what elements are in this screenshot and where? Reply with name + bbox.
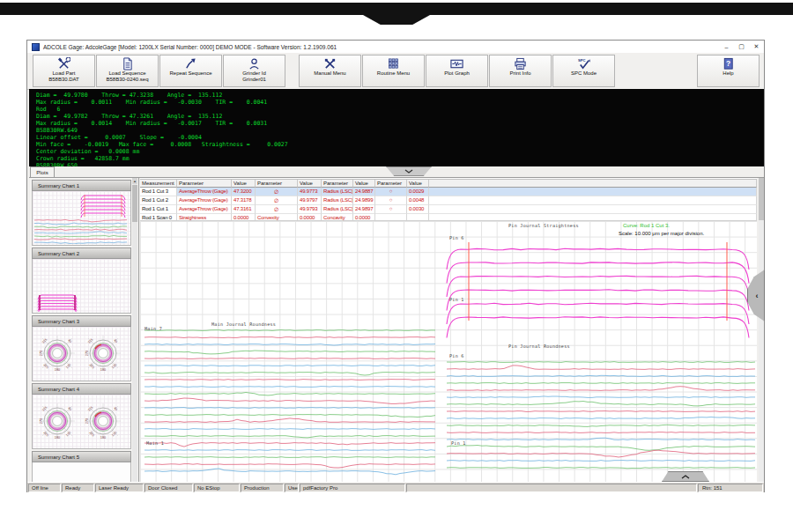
table-cell[interactable]: Radius (LSC) <box>322 188 353 196</box>
table-cell[interactable]: 49.9797 <box>298 196 322 205</box>
table-cell[interactable]: ○ <box>375 196 407 205</box>
table-cell[interactable]: Radius (LSC) <box>322 196 353 205</box>
repeat-sequence-button[interactable]: Repeat Sequence <box>159 55 222 87</box>
summary-chart-thumb-svg <box>33 462 130 482</box>
toolbar: Load PartB58B30.DATLoad SequenceB58B30-0… <box>27 53 764 90</box>
monitor-bezel <box>0 3 793 15</box>
table-cell[interactable]: Radius (LSC) <box>322 205 353 214</box>
table-cell[interactable]: ∅ <box>256 196 298 205</box>
minimize-button[interactable]: – <box>719 41 734 53</box>
expand-bottom-button[interactable] <box>662 471 709 482</box>
summary-chart-header[interactable]: Summary Chart 2 <box>32 248 131 259</box>
table-cell[interactable]: 49.9793 <box>298 205 322 214</box>
tab-plots[interactable]: Plots <box>30 166 55 177</box>
grinder-id-button[interactable]: Grinder IdGrinder01 <box>223 55 285 87</box>
table-cell[interactable]: 47.3161 <box>232 205 256 214</box>
pin-straightness-title: Pin Journal Straightness <box>508 223 579 228</box>
svg-text:315: 315 <box>87 338 93 344</box>
waveform-icon <box>450 57 463 70</box>
status-item: pdfFactory Pro <box>300 484 405 492</box>
pin-label-top-first: Pin 6 <box>449 235 464 240</box>
table-cell[interactable]: 47.3178 <box>232 196 256 205</box>
svg-text:135: 135 <box>111 363 117 369</box>
table-cell[interactable]: ○ <box>375 205 407 214</box>
table-cell-filler <box>429 188 757 196</box>
table-header-cell: Measurement <box>140 180 177 188</box>
summary-chart-thumbnail[interactable]: 1802702251354531518027022513545315 <box>32 395 131 449</box>
toolbar-button-label: Grinder01 <box>242 77 266 83</box>
sidebar-scrollbar[interactable]: ▲ <box>132 178 137 482</box>
main-panel: MeasurementParameterValueParameterValueP… <box>140 178 757 482</box>
status-item: No EStop <box>194 484 240 492</box>
svg-text:135: 135 <box>111 431 117 437</box>
table-cell[interactable]: 24.9899 <box>353 196 375 205</box>
print-info-button[interactable]: Print Info <box>489 55 552 87</box>
svg-text:SPC: SPC <box>578 58 586 63</box>
load-part-button[interactable]: Load PartB58B30.DAT <box>33 55 95 87</box>
svg-text:180: 180 <box>100 368 106 372</box>
table-header-cell: Value <box>407 180 429 188</box>
summary-chart-panel: Summary Chart 2 <box>32 248 131 314</box>
summary-chart-thumbnail[interactable] <box>32 462 131 482</box>
table-header-filler <box>429 180 757 188</box>
table-cell[interactable]: AverageThrow (Gage) <box>177 196 232 205</box>
close-button[interactable]: ✕ <box>749 41 764 53</box>
main-roundness-title: Main Journal Roundness <box>211 321 276 327</box>
load-sequence-button[interactable]: Load SequenceB58B30-0240.seq <box>96 55 159 87</box>
routine-menu-button[interactable]: Routine Menu <box>362 55 425 87</box>
plot-graph-button[interactable]: Plot Graph <box>426 55 488 87</box>
table-cell[interactable]: 24.9897 <box>353 205 375 214</box>
toolbar-button-label: Print Info <box>509 70 530 77</box>
summary-chart-thumb-svg: 1802702251354531518027022513545315 <box>33 327 130 380</box>
table-scroll-thumb[interactable] <box>759 178 764 220</box>
summary-chart-header[interactable]: Summary Chart 4 <box>32 383 131 395</box>
summary-chart-header[interactable]: Summary Chart 1 <box>32 180 131 191</box>
summary-chart-panel: Summary Chart 1 <box>32 180 131 246</box>
table-cell[interactable]: 0.0029 <box>407 188 429 196</box>
pin-roundness-title: Pin Journal Roundness <box>508 344 570 349</box>
crossed-tools-icon <box>323 57 337 70</box>
summary-chart-panel: Summary Chart 5 <box>32 451 131 482</box>
toolbar-button-label: Repeat Sequence <box>169 70 211 77</box>
svg-text:225: 225 <box>89 363 95 369</box>
svg-text:45: 45 <box>67 406 72 411</box>
status-item: Ready <box>62 484 94 492</box>
spc-mode-button[interactable]: SPCSPC Mode <box>552 55 615 87</box>
table-scrollbar[interactable] <box>759 178 764 482</box>
sidebar-scroll-thumb[interactable] <box>132 185 137 222</box>
app-window: ADCOLE Gage: AdcoleGage [Model: 1200LX S… <box>26 40 765 492</box>
toolbar-button-label: Manual Menu <box>314 70 345 77</box>
status-item: Production <box>241 484 284 492</box>
summary-chart-header[interactable]: Summary Chart 3 <box>32 315 131 327</box>
table-cell[interactable]: ∅ <box>256 188 298 196</box>
table-cell[interactable]: 47.3200 <box>232 188 256 196</box>
table-cell[interactable]: AverageThrow (Gage) <box>177 188 232 196</box>
toolbar-button-label: B58B30-0240.seq <box>106 77 148 83</box>
table-header-cell: Value <box>232 180 256 188</box>
summary-chart-thumbnail[interactable] <box>32 259 131 314</box>
svg-text:180: 180 <box>55 368 60 372</box>
table-cell[interactable]: AverageThrow (Gage) <box>177 205 232 214</box>
table-row-measurement[interactable]: Rod 1 Cut 2 <box>140 196 177 205</box>
table-header-cell: Parameter <box>322 180 353 188</box>
table-cell[interactable]: ○ <box>375 188 407 196</box>
table-cell[interactable]: 0.0048 <box>407 196 429 205</box>
table-cell[interactable]: ∅ <box>256 205 298 214</box>
table-row-measurement[interactable]: Rod 1 Cut 3 <box>140 188 177 196</box>
status-item: Off line <box>28 484 61 492</box>
status-rtn: Rtn: 151 <box>698 484 763 492</box>
table-cell[interactable]: 0.0030 <box>407 205 429 214</box>
collapse-console-button[interactable] <box>386 166 432 176</box>
screen: ADCOLE Gage: AdcoleGage [Model: 1200LX S… <box>0 0 793 532</box>
table-cell[interactable]: 24.9887 <box>353 188 375 196</box>
help-button[interactable]: ?Help <box>697 55 760 87</box>
table-cell[interactable]: 49.9773 <box>298 188 322 196</box>
manual-menu-button[interactable]: Manual Menu <box>299 55 361 87</box>
summary-chart-thumbnail[interactable]: 1802702251354531518027022513545315 <box>32 327 131 381</box>
summary-chart-header[interactable]: Summary Chart 5 <box>32 451 131 462</box>
summary-chart-thumbnail[interactable] <box>32 191 131 246</box>
table-row-measurement[interactable]: Rod 1 Cut 1 <box>140 205 177 214</box>
table-cell-filler <box>429 205 757 214</box>
scroll-up-arrow-icon[interactable]: ▲ <box>132 178 137 184</box>
maximize-button[interactable]: ▢ <box>734 41 749 53</box>
